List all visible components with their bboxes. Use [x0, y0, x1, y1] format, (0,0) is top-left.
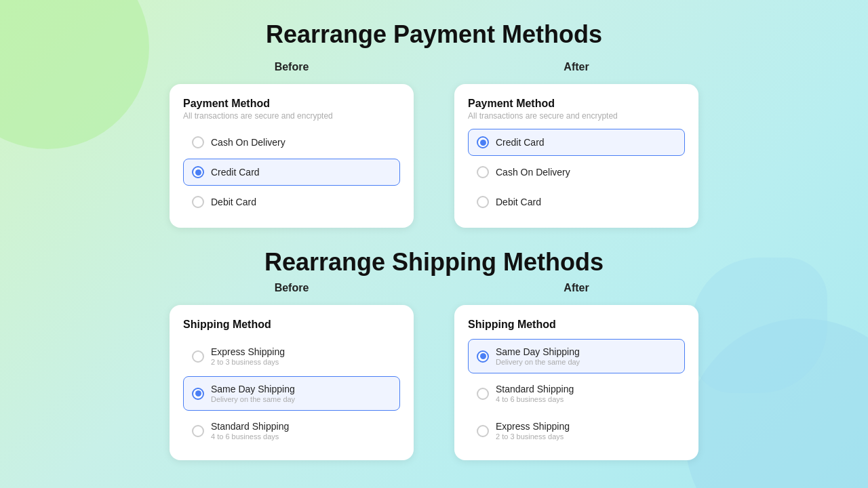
shipping-after-option-standard[interactable]: Standard Shipping 4 to 6 business days: [468, 376, 685, 411]
payment-after-option-cc[interactable]: Credit Card: [468, 129, 685, 156]
payment-after-option-dc[interactable]: Debit Card: [468, 188, 685, 216]
shipping-before-card-title: Shipping Method: [183, 319, 400, 331]
radio-cod-before: [192, 136, 204, 148]
payment-before-option-cod[interactable]: Cash On Delivery: [183, 129, 400, 156]
shipping-after-col: After Shipping Method Same Day Shipping …: [454, 282, 698, 460]
shipping-before-label: Before: [275, 282, 309, 294]
radio-sameday-before: [192, 388, 204, 400]
radio-cod-after: [477, 166, 489, 178]
payment-after-cod-label: Cash On Delivery: [496, 167, 570, 178]
payment-after-card-subtitle: All transactions are secure and encrypte…: [468, 111, 685, 121]
shipping-after-option-express[interactable]: Express Shipping 2 to 3 business days: [468, 413, 685, 448]
payment-before-cc-label: Credit Card: [211, 167, 260, 178]
shipping-after-standard-label: Standard Shipping: [496, 384, 574, 394]
shipping-after-standard-sub: 4 to 6 business days: [496, 395, 574, 403]
payment-after-col: After Payment Method All transactions ar…: [454, 61, 698, 228]
payment-before-card-subtitle: All transactions are secure and encrypte…: [183, 111, 400, 121]
radio-cc-after-inner: [480, 140, 486, 146]
shipping-before-option-express[interactable]: Express Shipping 2 to 3 business days: [183, 339, 400, 373]
shipping-after-sameday-sub: Delivery on the same day: [496, 358, 580, 366]
shipping-before-option-standard[interactable]: Standard Shipping 4 to 6 business days: [183, 413, 400, 448]
payment-before-card: Payment Method All transactions are secu…: [170, 84, 414, 228]
shipping-after-option-sameday[interactable]: Same Day Shipping Delivery on the same d…: [468, 339, 685, 373]
payment-before-option-cc[interactable]: Credit Card: [183, 159, 400, 186]
radio-express-before: [192, 350, 204, 363]
payment-comparison-row: Before Payment Method All transactions a…: [170, 61, 698, 228]
radio-standard-after: [477, 388, 489, 400]
shipping-after-card: Shipping Method Same Day Shipping Delive…: [454, 305, 698, 460]
radio-express-after: [477, 425, 489, 437]
shipping-before-express-sub: 2 to 3 business days: [211, 358, 285, 366]
radio-dc-after: [477, 196, 489, 208]
radio-sameday-before-inner: [195, 390, 201, 396]
shipping-after-sameday-text: Same Day Shipping Delivery on the same d…: [496, 346, 580, 366]
shipping-before-card: Shipping Method Express Shipping 2 to 3 …: [170, 305, 414, 460]
radio-dc-before: [192, 196, 204, 208]
shipping-before-sameday-sub: Delivery on the same day: [211, 395, 295, 403]
shipping-comparison-row: Before Shipping Method Express Shipping …: [170, 282, 698, 460]
payment-before-label: Before: [275, 61, 309, 73]
shipping-after-label: After: [564, 282, 589, 294]
payment-section-title: Rearrange Payment Methods: [266, 20, 602, 49]
radio-cc-before: [192, 166, 204, 178]
payment-before-col: Before Payment Method All transactions a…: [170, 61, 414, 228]
shipping-before-standard-sub: 4 to 6 business days: [211, 432, 289, 441]
shipping-before-col: Before Shipping Method Express Shipping …: [170, 282, 414, 460]
payment-after-card-title: Payment Method: [468, 98, 685, 110]
payment-after-card: Payment Method All transactions are secu…: [454, 84, 698, 228]
shipping-before-standard-text: Standard Shipping 4 to 6 business days: [211, 421, 289, 441]
shipping-before-express-label: Express Shipping: [211, 346, 285, 357]
radio-sameday-after-inner: [480, 353, 486, 359]
radio-standard-before: [192, 425, 204, 437]
payment-before-dc-label: Debit Card: [211, 197, 256, 207]
shipping-before-express-text: Express Shipping 2 to 3 business days: [211, 346, 285, 366]
shipping-after-express-sub: 2 to 3 business days: [496, 432, 570, 441]
shipping-after-card-title: Shipping Method: [468, 319, 685, 331]
shipping-after-sameday-label: Same Day Shipping: [496, 346, 580, 357]
payment-after-dc-label: Debit Card: [496, 197, 541, 207]
shipping-after-express-label: Express Shipping: [496, 421, 570, 432]
payment-after-label: After: [564, 61, 589, 73]
payment-before-cod-label: Cash On Delivery: [211, 137, 285, 148]
radio-cc-before-inner: [195, 169, 201, 176]
radio-cc-after: [477, 136, 489, 148]
page-content: Rearrange Payment Methods Before Payment…: [0, 0, 868, 481]
shipping-before-standard-label: Standard Shipping: [211, 421, 289, 432]
shipping-before-sameday-text: Same Day Shipping Delivery on the same d…: [211, 384, 295, 403]
payment-after-option-cod[interactable]: Cash On Delivery: [468, 159, 685, 186]
shipping-before-option-sameday[interactable]: Same Day Shipping Delivery on the same d…: [183, 376, 400, 411]
payment-before-card-title: Payment Method: [183, 98, 400, 110]
shipping-section-title: Rearrange Shipping Methods: [264, 248, 604, 277]
shipping-after-standard-text: Standard Shipping 4 to 6 business days: [496, 384, 574, 403]
shipping-after-express-text: Express Shipping 2 to 3 business days: [496, 421, 570, 441]
radio-sameday-after: [477, 350, 489, 363]
shipping-before-sameday-label: Same Day Shipping: [211, 384, 295, 394]
payment-before-option-dc[interactable]: Debit Card: [183, 188, 400, 216]
payment-after-cc-label: Credit Card: [496, 137, 545, 148]
